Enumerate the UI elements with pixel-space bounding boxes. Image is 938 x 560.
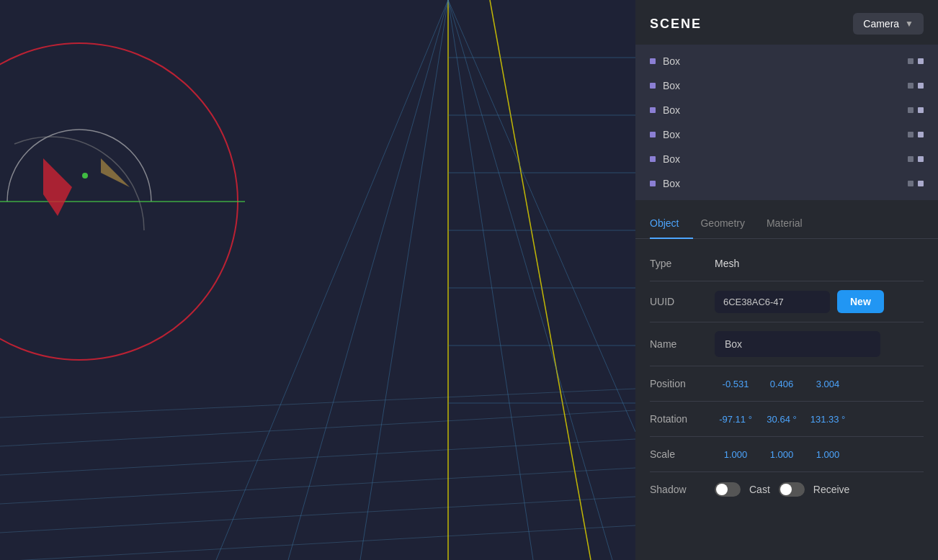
rotation-values: -97.11 ° 30.64 ° 131.33 ° [715,414,924,425]
position-row: Position -0.531 0.406 3.004 [635,366,938,401]
rotation-y[interactable]: 30.64 ° [761,414,803,425]
item-dot [650,156,656,162]
cast-label: Cast [749,484,770,495]
list-item[interactable]: Box [635,73,938,98]
item-dot [650,107,656,113]
eye-icon [908,83,914,89]
eye-icon [908,181,914,186]
name-label: Name [650,338,715,350]
item-dot [650,58,656,64]
item-icons [908,156,924,162]
tab-object[interactable]: Object [650,207,693,239]
properties-panel: Type Mesh UUID New Name Position -0.531 … [635,239,938,514]
item-label: Box [663,153,901,165]
item-dot [650,83,656,89]
rotation-z[interactable]: 131.33 ° [807,414,849,425]
scene-header: SCENE Camera ▼ [635,0,938,45]
shadow-label: Shadow [650,484,715,495]
name-input[interactable] [715,331,880,357]
item-label: Box [663,129,901,140]
eye-icon [908,58,914,64]
uuid-row: UUID New [635,281,938,322]
scale-label: Scale [650,448,715,460]
rotation-row: Rotation -97.11 ° 30.64 ° 131.33 ° [635,402,938,436]
shadow-controls: Cast Receive [715,482,849,497]
receive-label: Receive [813,484,850,495]
eye-icon [908,156,914,162]
item-icons [908,107,924,113]
lock-icon [918,83,924,89]
list-item[interactable]: Box [635,49,938,73]
item-icons [908,58,924,64]
viewport[interactable] [0,0,635,560]
eye-icon [908,132,914,137]
list-item[interactable]: Box [635,122,938,147]
lock-icon [918,132,924,137]
position-label: Position [650,378,715,389]
type-value: Mesh [715,258,739,269]
type-label: Type [650,258,715,269]
list-item[interactable]: Box [635,171,938,196]
scale-values: 1.000 1.000 1.000 [715,449,924,460]
item-label: Box [663,178,901,189]
property-tabs: Object Geometry Material [635,207,938,239]
uuid-input-group: New [715,290,924,313]
rotation-label: Rotation [650,413,715,425]
lock-icon [918,107,924,113]
name-row: Name [635,322,938,366]
camera-dropdown[interactable]: Camera ▼ [853,13,924,35]
list-item[interactable]: Box [635,98,938,122]
item-icons [908,181,924,186]
scale-row: Scale 1.000 1.000 1.000 [635,437,938,471]
new-uuid-button[interactable]: New [837,290,884,313]
rotation-x[interactable]: -97.11 ° [715,414,756,425]
eye-icon [908,107,914,113]
position-y[interactable]: 0.406 [761,379,803,389]
receive-shadow-toggle[interactable] [779,482,805,497]
scale-z[interactable]: 1.000 [807,449,849,460]
item-label: Box [663,80,901,91]
camera-label: Camera [863,18,899,30]
item-label: Box [663,55,901,67]
scale-y[interactable]: 1.000 [761,449,803,460]
item-label: Box [663,104,901,116]
list-item[interactable]: Box [635,147,938,171]
cast-shadow-toggle[interactable] [715,482,741,497]
scene-list: Box Box Box Box [635,45,938,200]
position-values: -0.531 0.406 3.004 [715,379,924,389]
item-dot [650,132,656,137]
lock-icon [918,181,924,186]
scene-title: SCENE [650,17,702,32]
position-x[interactable]: -0.531 [715,379,756,389]
type-row: Type Mesh [635,246,938,281]
tab-geometry[interactable]: Geometry [700,207,759,239]
svg-point-26 [82,173,88,179]
item-icons [908,132,924,137]
uuid-input[interactable] [715,291,830,313]
position-z[interactable]: 3.004 [807,379,849,389]
chevron-down-icon: ▼ [905,19,914,29]
shadow-row: Shadow Cast Receive [635,472,938,507]
scale-x[interactable]: 1.000 [715,449,756,460]
uuid-label: UUID [650,296,715,307]
lock-icon [918,58,924,64]
tab-material[interactable]: Material [767,207,817,239]
right-panel: SCENE Camera ▼ Box Box Box [635,0,938,560]
lock-icon [918,156,924,162]
item-icons [908,83,924,89]
item-dot [650,181,656,186]
